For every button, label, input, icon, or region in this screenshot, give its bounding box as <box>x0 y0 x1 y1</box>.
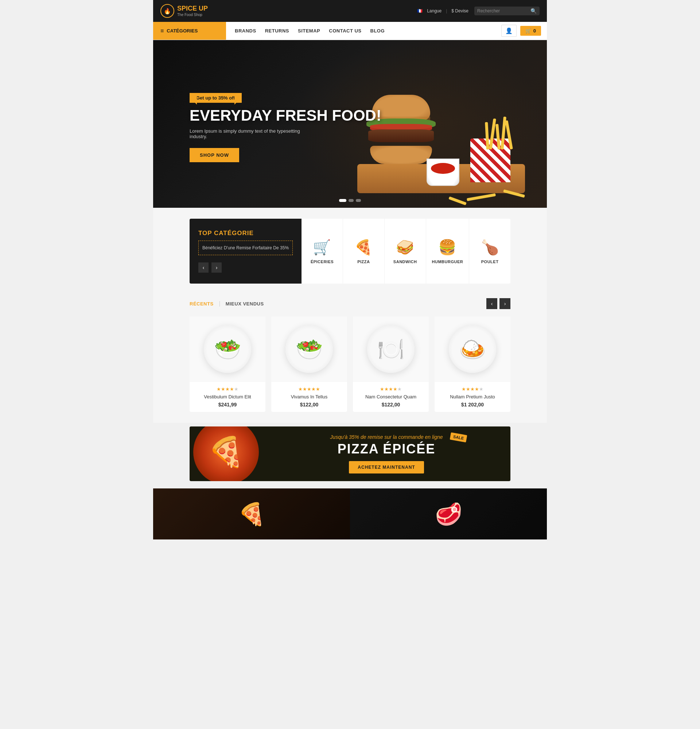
sandwich-label: SANDWICH <box>394 260 417 264</box>
product-info-4: ★★★★★ Nullam Pretium Justo $1 202,00 <box>434 382 510 412</box>
epiceries-label: ÉPICERIES <box>311 260 334 264</box>
dot-2[interactable] <box>349 199 354 202</box>
cat-promo-desc: Bénéficiez D'une Remise Forfaitaire De 3… <box>198 241 293 255</box>
bottom-item-left[interactable]: 🍕 <box>153 488 350 539</box>
search-icon[interactable]: 🔍 <box>530 8 537 14</box>
tab-recent[interactable]: RÉCENTS <box>190 301 219 306</box>
nav-contact[interactable]: CONTACT US <box>329 28 361 33</box>
hero-title: EVERYDAY FRESH FOOD! <box>190 107 381 124</box>
category-item-sandwich[interactable]: 🥪 SANDWICH <box>385 219 426 283</box>
nav-returns[interactable]: RETURNS <box>265 28 289 33</box>
bottom-grid: 🍕 🥩 <box>153 488 547 539</box>
header: 🔥 SPICE UP The Food Shop 🇫🇷 Langue | $ D… <box>153 0 547 22</box>
product-card-1[interactable]: 🥗 ★★★★★ Vestibulum Dictum Elit $241,99 <box>190 317 266 412</box>
product-card-2[interactable]: 🥗 ★★★★★ Vivamus In Tellus $122,00 <box>271 317 347 412</box>
stars-1: ★★★★★ <box>195 386 260 392</box>
stars-2: ★★★★★ <box>277 386 341 392</box>
product-info-2: ★★★★★ Vivamus In Tellus $122,00 <box>271 382 347 412</box>
cat-promo-title: TOP CATÉGORIE <box>198 229 293 237</box>
brand-name: SPICE UP <box>177 5 208 13</box>
hero-subtitle: Lorem Ipsum is simply dummy text of the … <box>190 128 306 139</box>
cart-count: 0 <box>533 28 536 33</box>
pizza-circle: 🍕 <box>193 427 259 481</box>
fries-box <box>470 138 514 186</box>
stars-3: ★★★★★ <box>359 386 423 392</box>
cat-promo-nav: ‹ › <box>198 263 293 273</box>
bottom-item-right[interactable]: 🥩 <box>350 488 547 539</box>
hamburger-food-icon: 🍔 <box>438 239 456 256</box>
category-item-poulet[interactable]: 🍗 POULET <box>469 219 510 283</box>
shop-now-button[interactable]: SHOP NOW <box>190 148 239 162</box>
product-image-2: 🥗 <box>271 317 347 382</box>
brand-tagline: The Food Shop <box>177 13 208 17</box>
product-price-1: $241,99 <box>195 402 260 408</box>
product-name-3: Nam Consectetur Quam <box>359 394 423 399</box>
hamburger-icon: ≡ <box>160 28 164 34</box>
product-card-4[interactable]: 🍛 ★★★★★ Nullam Pretium Justo $1 202,00 <box>434 317 510 412</box>
search-input[interactable] <box>477 9 528 13</box>
bottom-left-icon: 🍕 <box>238 501 266 527</box>
product-info-1: ★★★★★ Vestibulum Dictum Elit $241,99 <box>190 382 266 412</box>
products-section: RÉCENTS MIEUX VENDUS ‹ › 🥗 ★★★★★ Vestibu… <box>153 295 547 423</box>
poulet-icon: 🍗 <box>481 239 499 256</box>
scattered-fry-3 <box>449 196 467 206</box>
cat-next-button[interactable]: › <box>212 263 222 273</box>
sandwich-icon: 🥪 <box>396 239 414 256</box>
user-button[interactable]: 👤 <box>501 25 517 37</box>
plate-1: 🥗 <box>204 325 251 373</box>
cart-button[interactable]: 🛒 0 <box>520 26 541 36</box>
categories-label: CATÉGORIES <box>167 28 198 33</box>
pizza-image-area: 🍕 <box>190 427 270 481</box>
product-card-3[interactable]: 🍽️ ★★★★★ Nam Consectetur Quam $122,00 <box>353 317 429 412</box>
category-item-hamburger[interactable]: 🍔 HUMBURGUER <box>426 219 470 283</box>
top-categories-section: TOP CATÉGORIE Bénéficiez D'une Remise Fo… <box>153 208 547 295</box>
currency-selector[interactable]: $ Devise <box>451 9 469 13</box>
hero-section: Get up to 35% off EVERYDAY FRESH FOOD! L… <box>153 40 547 208</box>
food-icon-4: 🍛 <box>459 337 487 362</box>
sauce-cup <box>427 158 459 186</box>
stars-4: ★★★★★ <box>440 386 505 392</box>
products-prev-button[interactable]: ‹ <box>487 298 497 309</box>
header-right: 🇫🇷 Langue | $ Devise 🔍 <box>417 7 540 15</box>
category-item-epiceries[interactable]: 🛒 ÉPICERIES <box>302 219 343 283</box>
product-price-3: $122,00 <box>359 402 423 408</box>
nav-brands[interactable]: BRANDS <box>235 28 256 33</box>
categories-container: TOP CATÉGORIE Bénéficiez D'une Remise Fo… <box>190 219 510 283</box>
categories-button[interactable]: ≡ CATÉGORIES <box>153 22 226 40</box>
pizza-title: PIZZA ÉPICÉE <box>263 441 510 457</box>
product-name-1: Vestibulum Dictum Elit <box>195 394 260 399</box>
product-image-1: 🥗 <box>190 317 266 382</box>
category-list: 🛒 ÉPICERIES 🍕 PIZZA 🥪 SANDWICH 🍔 HUMBURG… <box>302 219 510 283</box>
products-next-button[interactable]: › <box>500 298 510 309</box>
product-price-2: $122,00 <box>277 402 341 408</box>
product-name-4: Nullam Pretium Justo <box>440 394 505 399</box>
hamburger-label: HUMBURGUER <box>432 260 463 264</box>
search-bar: 🔍 <box>474 7 540 15</box>
promo-badge: Get up to 35% off <box>190 93 242 103</box>
food-icon-1: 🥗 <box>214 337 241 362</box>
scattered-fry-2 <box>467 193 496 201</box>
nav-sitemap[interactable]: SITEMAP <box>298 28 320 33</box>
cart-icon: 🛒 <box>525 28 531 33</box>
logo-text: SPICE UP The Food Shop <box>177 5 208 17</box>
product-price-4: $1 202,00 <box>440 402 505 408</box>
pizza-icon: 🍕 <box>354 239 373 256</box>
logo-icon: 🔥 <box>160 4 174 18</box>
dot-3[interactable] <box>356 199 361 202</box>
language-selector[interactable]: Langue <box>427 9 441 13</box>
food-icon-2: 🥗 <box>296 337 323 362</box>
product-tabs: RÉCENTS MIEUX VENDUS <box>190 301 270 306</box>
categories-promo: TOP CATÉGORIE Bénéficiez D'une Remise Fo… <box>190 219 302 283</box>
product-image-4: 🍛 <box>434 317 510 382</box>
tab-bestseller[interactable]: MIEUX VENDUS <box>219 301 270 306</box>
dot-1[interactable] <box>339 199 346 202</box>
food-icon-3: 🍽️ <box>378 337 405 362</box>
nav-blog[interactable]: BLOG <box>370 28 385 33</box>
cat-prev-button[interactable]: ‹ <box>198 263 209 273</box>
pizza-cta-button[interactable]: ACHETEZ MAINTENANT <box>349 461 424 473</box>
hero-dots <box>339 199 361 202</box>
products-header: RÉCENTS MIEUX VENDUS ‹ › <box>190 298 510 309</box>
category-item-pizza[interactable]: 🍕 PIZZA <box>343 219 385 283</box>
nav: ≡ CATÉGORIES BRANDS RETURNS SITEMAP CONT… <box>153 22 547 40</box>
poulet-label: POULET <box>481 260 499 264</box>
